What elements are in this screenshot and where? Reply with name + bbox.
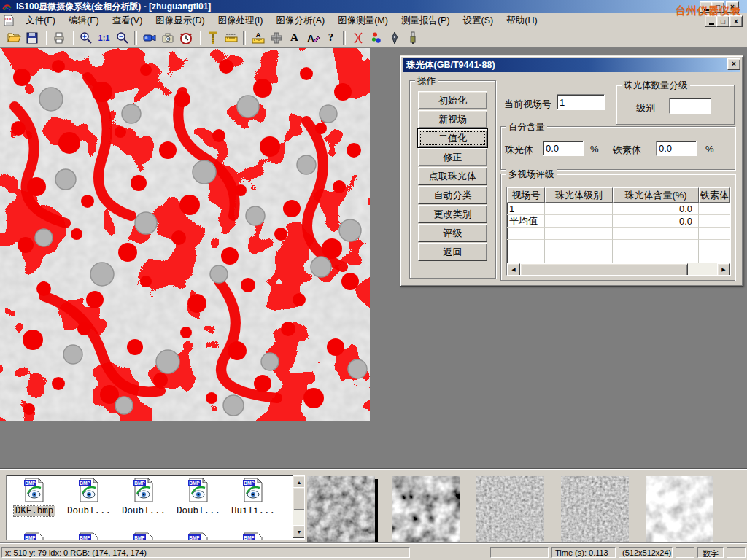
svg-text:A: A bbox=[255, 31, 260, 39]
thumbnail-image[interactable] bbox=[307, 476, 375, 544]
svg-text:BMP: BMP bbox=[25, 535, 36, 540]
file-name: Doubl... bbox=[120, 506, 167, 516]
curve-tool-button[interactable] bbox=[349, 29, 367, 47]
clock-icon bbox=[179, 31, 193, 45]
col-header-pearlite-percent[interactable]: 珠光体含量(%) bbox=[613, 187, 699, 203]
multi-field-group-label: 多视场评级 bbox=[506, 168, 557, 181]
file-item[interactable]: BMP bbox=[172, 532, 225, 540]
menu-item-view[interactable]: 查看(V) bbox=[106, 13, 150, 28]
video-capture-button[interactable] bbox=[140, 29, 158, 47]
toolbar-separator bbox=[44, 31, 47, 45]
document-icon: DOC bbox=[3, 15, 15, 26]
pearlite-percent-input[interactable] bbox=[543, 141, 584, 156]
binarize-button[interactable]: 二值化 bbox=[418, 129, 487, 147]
col-header-ferrite[interactable]: 铁素体 bbox=[699, 187, 730, 203]
snapshot-button[interactable] bbox=[158, 29, 177, 47]
thumbnail-image[interactable] bbox=[646, 476, 713, 544]
menu-item-file[interactable]: 文件(F) bbox=[19, 13, 62, 28]
file-name: Doubl... bbox=[66, 506, 112, 516]
scrollbar-thumb[interactable] bbox=[293, 487, 305, 510]
pick-pearlite-button[interactable]: 点取珠光体 bbox=[418, 167, 487, 185]
restore-icon: □ bbox=[721, 18, 725, 26]
menu-item-help[interactable]: 帮助(H) bbox=[500, 13, 543, 28]
scale-calibration-button[interactable]: A bbox=[249, 29, 267, 47]
help-button[interactable]: ? bbox=[322, 29, 340, 47]
ruler-button[interactable] bbox=[222, 29, 240, 47]
bmp-file-icon: BMP bbox=[133, 532, 155, 540]
file-item[interactable]: BMP DKF.bmp bbox=[8, 478, 61, 516]
level-input[interactable] bbox=[669, 98, 711, 114]
menu-item-image-analysis[interactable]: 图像分析(A) bbox=[269, 13, 331, 28]
menu-item-image-process[interactable]: 图像处理(I) bbox=[212, 13, 270, 28]
thumbnail-image[interactable] bbox=[476, 476, 544, 544]
dialog-title-bar[interactable]: 珠光体(GB/T9441-88) bbox=[403, 58, 740, 72]
file-item[interactable]: BMP bbox=[227, 532, 279, 540]
bmp-file-icon: BMP bbox=[23, 478, 45, 502]
return-button[interactable]: 返回 bbox=[418, 243, 487, 261]
menu-item-measure-report[interactable]: 测量报告(P) bbox=[395, 13, 457, 28]
question-mark-icon: ? bbox=[328, 31, 334, 44]
correct-button[interactable]: 修正 bbox=[418, 148, 487, 166]
specimen-image[interactable] bbox=[0, 48, 370, 421]
text-tool-button[interactable]: A bbox=[285, 29, 303, 47]
floppy-disk-icon bbox=[25, 31, 39, 45]
new-field-button[interactable]: 新视场 bbox=[418, 110, 487, 128]
file-item[interactable]: BMP bbox=[117, 532, 170, 540]
thumbnail-image[interactable] bbox=[561, 476, 629, 544]
table-row[interactable]: 1 0.0 bbox=[507, 203, 730, 215]
file-list-scrollbar[interactable]: ▲ ▼ bbox=[293, 475, 304, 538]
zoom-in-button[interactable] bbox=[77, 29, 95, 47]
grid-tool-button[interactable] bbox=[267, 29, 285, 47]
caliper-button[interactable] bbox=[204, 29, 222, 47]
file-item[interactable]: BMP HuiTi... bbox=[227, 478, 279, 516]
brush-tool-button[interactable] bbox=[403, 29, 422, 47]
toolbar-separator bbox=[134, 31, 137, 45]
initialize-button[interactable]: 初始化 bbox=[418, 91, 487, 109]
current-field-label: 当前视场号 bbox=[504, 98, 551, 111]
thumbnail-image[interactable] bbox=[392, 476, 460, 544]
menu-item-image-measure[interactable]: 图像测量(M) bbox=[331, 13, 395, 28]
save-button[interactable] bbox=[23, 29, 41, 47]
timer-button[interactable] bbox=[177, 29, 195, 47]
open-file-button[interactable] bbox=[4, 29, 23, 47]
mode-status: 数字 bbox=[697, 547, 724, 558]
annotate-button[interactable]: A bbox=[303, 29, 322, 47]
print-button[interactable] bbox=[50, 29, 68, 47]
change-class-button[interactable]: 更改类别 bbox=[418, 205, 487, 223]
scroll-down-button[interactable]: ▼ bbox=[293, 525, 305, 538]
menu-item-settings[interactable]: 设置(S) bbox=[457, 13, 500, 28]
scroll-right-button[interactable]: ▶ bbox=[717, 263, 730, 276]
ruler-letter-icon: A bbox=[251, 31, 266, 45]
table-row-empty bbox=[507, 228, 730, 240]
phase-analysis-button[interactable] bbox=[367, 29, 385, 47]
bmp-file-icon: BMP bbox=[78, 478, 100, 502]
dialog-close-button[interactable]: × bbox=[727, 58, 740, 70]
col-header-pearlite-level[interactable]: 珠光体级别 bbox=[545, 187, 613, 203]
table-row[interactable]: 平均值 0.0 bbox=[507, 215, 730, 228]
svg-text:A: A bbox=[307, 33, 314, 44]
file-item[interactable]: BMP bbox=[8, 532, 61, 540]
table-row-empty bbox=[507, 240, 730, 252]
scrollbar-track[interactable] bbox=[688, 263, 717, 275]
file-item[interactable]: BMP Doubl... bbox=[63, 478, 115, 516]
actual-size-button[interactable]: 1:1 bbox=[95, 29, 113, 47]
letter-a-icon: A bbox=[290, 31, 298, 44]
auto-classify-button[interactable]: 自动分类 bbox=[418, 186, 487, 204]
ferrite-percent-input[interactable] bbox=[656, 141, 697, 156]
pen-tool-button[interactable] bbox=[385, 29, 403, 47]
menu-item-image-display[interactable]: 图像显示(D) bbox=[149, 13, 211, 28]
zoom-out-button[interactable] bbox=[113, 29, 131, 47]
scrollbar-thumb[interactable] bbox=[520, 263, 688, 276]
menu-item-edit[interactable]: 编辑(E) bbox=[62, 13, 106, 28]
rate-button[interactable]: 评级 bbox=[418, 224, 487, 242]
file-item[interactable]: BMP Doubl... bbox=[117, 478, 170, 516]
scroll-left-button[interactable]: ◀ bbox=[507, 263, 520, 276]
file-item[interactable]: BMP Doubl... bbox=[172, 478, 225, 516]
percent-sign: % bbox=[590, 144, 599, 155]
current-field-input[interactable] bbox=[557, 94, 605, 110]
table-horizontal-scrollbar[interactable]: ◀ ▶ bbox=[507, 263, 730, 275]
file-item[interactable]: BMP bbox=[63, 532, 115, 540]
pearlite-dialog: 珠光体(GB/T9441-88) × 操作 初始化 新视场 二值化 修正 点取珠… bbox=[400, 55, 743, 287]
cursor-position-status: x: 510 y: 79 idx: 0 RGB: (174, 174, 174) bbox=[1, 547, 410, 558]
col-header-field[interactable]: 视场号 bbox=[507, 187, 545, 203]
